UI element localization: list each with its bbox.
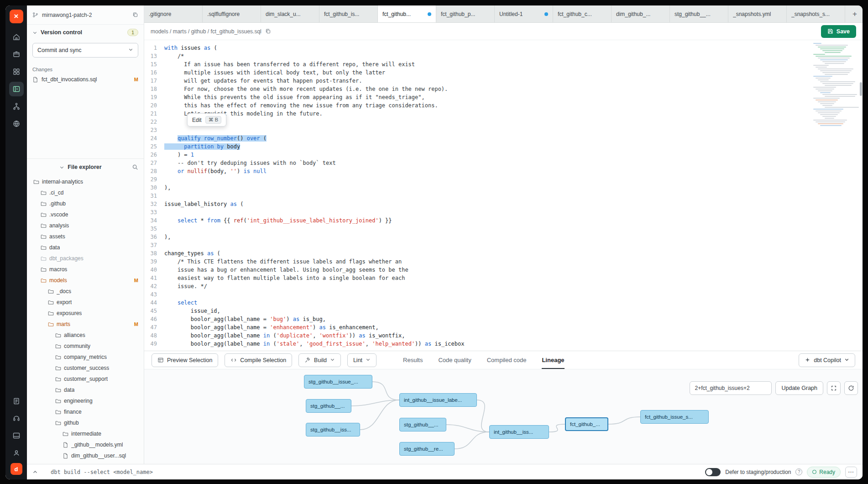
lineage-node-stg-github-iss[interactable]: stg_github__iss... <box>306 423 360 437</box>
code-line[interactable]: 40 issue has a bug or enhancement label.… <box>144 266 863 274</box>
code-line[interactable]: 34 select * from {{ ref('int_github__iss… <box>144 216 863 225</box>
tab-stg-github[interactable]: stg_github__... <box>670 5 728 22</box>
apps-grid-icon[interactable] <box>9 64 24 79</box>
code-line[interactable]: 27 -- don't try deduping issues with no … <box>144 159 863 167</box>
defer-toggle[interactable] <box>705 468 721 476</box>
dbt-copilot-button[interactable]: dbt Copilot <box>799 353 855 367</box>
new-tab-button[interactable]: + <box>847 5 863 22</box>
compile-selection-button[interactable]: Compile Selection <box>225 353 292 367</box>
code-line[interactable]: 19 While this prevents the old issue fro… <box>144 93 863 101</box>
code-line[interactable]: 13 /* <box>144 52 863 60</box>
notes-icon[interactable] <box>9 394 24 408</box>
code-line[interactable]: 41 easiest way to flatten multiple label… <box>144 274 863 282</box>
lineage-selector-input[interactable] <box>690 381 772 395</box>
tree-item-github[interactable]: .github <box>27 198 144 209</box>
commit-and-sync-select[interactable]: Commit and sync <box>32 43 138 58</box>
tab-sqlfluffignore[interactable]: .sqlfluffignore <box>203 5 261 22</box>
code-line[interactable]: 23 <box>144 126 863 134</box>
tree-item-customer-support[interactable]: customer_support <box>27 374 144 384</box>
tab-snapshots-yml[interactable]: _snapshots.yml <box>728 5 787 22</box>
tree-item-customer-success[interactable]: customer_success <box>27 363 144 374</box>
tree-item-dbt-packages[interactable]: dbt_packages <box>27 253 144 264</box>
git-workflow-icon[interactable] <box>9 99 24 114</box>
code-line[interactable]: 46 boolor_agg(label_name = 'bug') as is_… <box>144 315 863 323</box>
tree-item-vscode[interactable]: .vscode <box>27 209 144 220</box>
tab-fct-github-p[interactable]: fct_github_p... <box>436 5 495 22</box>
code-line[interactable]: 17 will get updates for events that happ… <box>144 77 863 85</box>
refresh-icon[interactable] <box>844 381 858 395</box>
tree-item-data[interactable]: data <box>27 384 144 395</box>
changed-file-fct-dbt-invocations-sql[interactable]: fct_dbt_invocations.sqlM <box>27 74 144 85</box>
code-line[interactable]: 28 or nullif(body, '') is null <box>144 167 863 175</box>
home-icon[interactable] <box>9 30 24 44</box>
lineage-node-stg-github-issue[interactable]: stg_github__issue_... <box>304 375 372 389</box>
copy-icon[interactable] <box>132 12 138 18</box>
lineage-node-fct-github-issue-s[interactable]: fct_github_issue_s... <box>640 410 709 424</box>
tree-item-ci-cd[interactable]: .ci_cd <box>27 187 144 198</box>
tree-item-intermediate[interactable]: intermediate <box>27 428 144 439</box>
tree-item-docs[interactable]: _docs <box>27 286 144 297</box>
dbt-logo[interactable]: × <box>10 10 23 23</box>
code-line[interactable]: 24 qualify row_number() over ( <box>144 134 863 142</box>
code-editor-icon[interactable] <box>9 82 24 96</box>
tree-item-analysis[interactable]: analysis <box>27 220 144 231</box>
tree-item-github-models-yml[interactable]: _github__models.yml <box>27 439 144 450</box>
permalink-icon[interactable] <box>265 28 271 34</box>
fullscreen-icon[interactable] <box>827 381 841 395</box>
code-line[interactable]: 39 /* This CTE flattens the different is… <box>144 258 863 266</box>
code-line[interactable]: 48 boolor_agg(label_name in ('duplicate'… <box>144 331 863 340</box>
code-line[interactable]: 18 For now, choose the one with more rec… <box>144 85 863 93</box>
code-line[interactable]: 35 <box>144 225 863 233</box>
code-line[interactable]: 49 boolor_agg(label_name in ('stale', 'g… <box>144 340 863 348</box>
tab-fct-github[interactable]: fct_github... <box>378 5 436 22</box>
tree-item-data[interactable]: data <box>27 242 144 253</box>
code-line[interactable]: 37 <box>144 241 863 249</box>
code-line[interactable]: 33 <box>144 208 863 216</box>
code-line[interactable]: 47 boolor_agg(label_name = 'enhancement'… <box>144 323 863 331</box>
tree-item-github[interactable]: github <box>27 417 144 428</box>
code-line[interactable]: 30), <box>144 184 863 192</box>
code-line[interactable]: 44 select <box>144 299 863 307</box>
code-line[interactable]: 29 <box>144 175 863 184</box>
build-button[interactable]: Build <box>298 353 341 367</box>
tab-untitled-1[interactable]: Untitled-1 <box>495 5 553 22</box>
tree-item-finance[interactable]: finance <box>27 406 144 417</box>
code-line[interactable]: 26 ) = 1 <box>144 151 863 159</box>
tree-item-export[interactable]: export <box>27 297 144 308</box>
code-line[interactable]: 32issue_label_history as ( <box>144 200 863 208</box>
tree-item-exposures[interactable]: exposures <box>27 308 144 319</box>
tree-item-macros[interactable]: macros <box>27 264 144 275</box>
tab-snapshots-s[interactable]: _snapshots_s... <box>787 5 845 22</box>
edit-popup[interactable]: Edit ⌘ B <box>187 113 226 126</box>
tab-gitignore[interactable]: .gitignore <box>144 5 203 22</box>
status-ready-pill[interactable]: Ready <box>807 467 841 478</box>
tab-fct-github-is[interactable]: fct_github_is... <box>319 5 378 22</box>
code-line[interactable]: 43 <box>144 290 863 299</box>
code-editor[interactable]: 1with issues as (13 /*15 If an issue has… <box>144 40 863 351</box>
help-icon[interactable]: ? <box>795 468 802 475</box>
lineage-node-stg-github-re[interactable]: stg_github__re... <box>399 442 455 456</box>
code-line[interactable]: 45 issue_id, <box>144 307 863 315</box>
code-line[interactable]: 21 Let's revisit this modeling in the fu… <box>144 110 863 118</box>
editor-scrollbar-thumb[interactable] <box>860 82 862 96</box>
tree-item-marts[interactable]: martsM <box>27 319 144 330</box>
code-line[interactable]: 42 issue. */ <box>144 282 863 290</box>
minimap[interactable] <box>813 43 859 127</box>
command-bar[interactable]: dbt build --select <model_name> <box>51 469 153 475</box>
result-tab-compiled-code[interactable]: Compiled code <box>487 351 527 369</box>
code-line[interactable]: 38change_types as ( <box>144 249 863 258</box>
lineage-node-int-github-iss[interactable]: int_github__iss... <box>489 425 549 439</box>
lineage-node-stg-github[interactable]: stg_github__... <box>399 418 446 431</box>
account-icon[interactable] <box>9 446 24 460</box>
dbt-flame-icon[interactable]: d <box>10 463 22 475</box>
result-tab-lineage[interactable]: Lineage <box>542 351 564 369</box>
update-graph-button[interactable]: Update Graph <box>775 381 823 395</box>
tab-fct-github-c[interactable]: fct_github_c... <box>553 5 612 22</box>
file-explorer-header[interactable]: File explorer <box>27 159 144 175</box>
tree-item-assets[interactable]: assets <box>27 231 144 242</box>
tree-item-company-metrics[interactable]: company_metrics <box>27 352 144 363</box>
version-control-header[interactable]: Version control 1 <box>27 25 144 40</box>
search-icon[interactable] <box>132 164 138 170</box>
tree-item-dim-github-user-sql[interactable]: dim_github__user...sql <box>27 450 144 461</box>
result-tab-code-quality[interactable]: Code quality <box>438 351 471 369</box>
